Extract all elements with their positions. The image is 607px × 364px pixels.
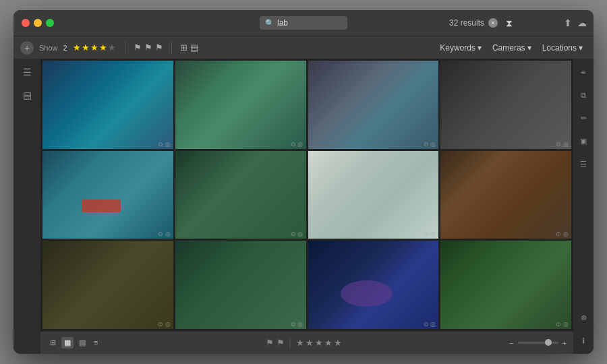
right-sidebar-icon-1[interactable]: ≡ <box>574 63 593 82</box>
search-input[interactable] <box>277 18 331 28</box>
right-sidebar: ≡ ⧉ ✏ ▣ ☰ ⊛ ℹ <box>573 59 594 354</box>
photo-cell-11[interactable]: ⊙ ◎ <box>308 241 439 329</box>
close-button[interactable] <box>22 19 30 27</box>
bottom-rating: ★ ★ ★ ★ ★ <box>296 338 342 348</box>
results-info: 32 results × ⧗ <box>449 18 513 29</box>
zoom-in-icon[interactable]: + <box>562 339 567 347</box>
bottom-star-5[interactable]: ★ <box>334 338 342 348</box>
flag-icon-3[interactable]: ⚑ <box>155 42 163 53</box>
filter-icon[interactable]: ⧗ <box>506 18 513 29</box>
photo-overlay-7: ⊙ ◎ <box>421 229 439 239</box>
photo-cell-12[interactable]: ⊙ ◎ <box>440 241 571 329</box>
bottom-flag-icon-2[interactable]: ⚑ <box>277 338 285 348</box>
filter-dropdowns: Keywords ▾ Cameras ▾ Locations ▾ <box>436 42 587 54</box>
photo-cell-6[interactable]: ⊙ ◎ <box>175 151 306 239</box>
locations-label: Locations <box>542 43 577 53</box>
photo-badge-12: ⊙ ◎ <box>556 321 569 328</box>
cameras-dropdown[interactable]: Cameras ▾ <box>488 42 536 54</box>
photo-overlay-1: ⊙ ◎ <box>155 140 173 149</box>
bottom-tile-icon[interactable]: ▦ <box>61 337 74 348</box>
photo-cell-7[interactable]: ⊙ ◎ <box>308 151 439 239</box>
show-label: Show <box>39 44 58 52</box>
photo-cell-5[interactable]: ⊙ ◎ <box>42 151 173 239</box>
cameras-chevron: ▾ <box>527 43 531 53</box>
photo-cell-10[interactable]: ⊙ ◎ <box>175 241 306 329</box>
flag-icon-2[interactable]: ⚑ <box>144 42 152 53</box>
search-icon: 🔍 <box>265 19 274 28</box>
right-sidebar-icon-3[interactable]: ✏ <box>574 109 593 127</box>
photo-overlay-11: ⊙ ◎ <box>421 320 439 329</box>
locations-chevron: ▾ <box>579 43 583 53</box>
title-bar-right-icons: ⬆ ☁ <box>564 18 587 28</box>
keywords-dropdown[interactable]: Keywords ▾ <box>436 42 486 54</box>
toolbar-view-icons: ⊞ ▤ <box>180 42 198 53</box>
bottom-list-icon[interactable]: ▤ <box>76 337 88 348</box>
traffic-lights <box>22 19 54 27</box>
bottom-star-2[interactable]: ★ <box>306 338 314 348</box>
photo-cell-2[interactable]: ⊙ ◎ <box>175 61 306 149</box>
photo-badge-9: ⊙ ◎ <box>158 321 171 328</box>
results-count: 32 results <box>449 18 484 28</box>
right-sidebar-info-icon[interactable]: ℹ <box>574 331 593 350</box>
flag-icon-1[interactable]: ⚑ <box>134 42 142 53</box>
photo-badge-3: ⊙ ◎ <box>424 141 436 148</box>
photo-cell-9[interactable]: ⊙ ◎ <box>42 241 173 329</box>
bottom-star-4[interactable]: ★ <box>324 338 333 348</box>
cameras-label: Cameras <box>492 43 525 53</box>
photo-overlay-9: ⊙ ◎ <box>155 320 173 329</box>
add-button[interactable]: + <box>20 41 34 55</box>
minimize-button[interactable] <box>34 19 42 27</box>
toolbar-rating: ★★★★★ <box>73 42 117 53</box>
toolbar: + Show 2 ★★★★★ ⚑ ⚑ ⚑ ⊞ ▤ Keywords ▾ Came… <box>13 36 594 59</box>
keywords-chevron: ▾ <box>478 43 482 53</box>
bottom-view-icons: ⊞ ▦ ▤ ≡ <box>47 337 100 348</box>
right-sidebar-icon-2[interactable]: ⧉ <box>574 86 593 104</box>
photo-badge-1: ⊙ ◎ <box>158 141 171 148</box>
sidebar-icon-grid[interactable]: ▤ <box>18 86 36 104</box>
bottom-flag-icon-1[interactable]: ⚑ <box>266 338 274 348</box>
photo-cell-1[interactable]: ⊙ ◎ <box>42 61 173 149</box>
toolbar-flags: ⚑ ⚑ ⚑ <box>134 42 163 53</box>
share-icon[interactable]: ⬆ <box>564 18 572 28</box>
photo-badge-4: ⊙ ◎ <box>556 141 569 148</box>
zoom-slider-track[interactable] <box>518 342 558 344</box>
right-sidebar-icon-4[interactable]: ▣ <box>574 131 593 150</box>
photo-badge-7: ⊙ ◎ <box>424 231 436 237</box>
photo-grid-area: ⊙ ◎ ⊙ ◎ ⊙ ◎ ⊙ ◎ <box>40 59 573 354</box>
bottom-star-1[interactable]: ★ <box>296 338 304 348</box>
title-bar: 🔍 32 results × ⧗ ⬆ ☁ <box>13 10 594 36</box>
right-sidebar-icon-5[interactable]: ☰ <box>574 154 593 173</box>
list-view-icon[interactable]: ▤ <box>190 42 198 53</box>
zoom-slider-thumb[interactable] <box>545 339 552 346</box>
photo-cell-3[interactable]: ⊙ ◎ <box>308 61 439 149</box>
clear-results-button[interactable]: × <box>488 18 498 28</box>
keywords-label: Keywords <box>440 43 475 53</box>
photo-overlay-4: ⊙ ◎ <box>553 140 571 149</box>
photo-overlay-5: ⊙ ◎ <box>155 229 173 239</box>
rating-count: 2 <box>63 44 67 52</box>
bottom-grid-icon[interactable]: ⊞ <box>47 337 59 348</box>
maximize-button[interactable] <box>46 19 54 27</box>
bottom-detail-icon[interactable]: ≡ <box>91 337 100 348</box>
photo-overlay-12: ⊙ ◎ <box>553 320 571 329</box>
photo-grid: ⊙ ◎ ⊙ ◎ ⊙ ◎ ⊙ ◎ <box>40 59 573 331</box>
photo-cell-8[interactable]: ⊙ ◎ <box>440 151 571 239</box>
locations-dropdown[interactable]: Locations ▾ <box>538 42 587 54</box>
zoom-out-icon[interactable]: − <box>509 339 513 347</box>
photo-cell-4[interactable]: ⊙ ◎ <box>440 61 571 149</box>
search-bar[interactable]: 🔍 <box>260 16 347 30</box>
grid-view-icon[interactable]: ⊞ <box>180 42 187 53</box>
photo-overlay-2: ⊙ ◎ <box>288 140 306 149</box>
app-window: 🔍 32 results × ⧗ ⬆ ☁ + Show 2 ★★★★★ ⚑ ⚑ … <box>13 10 594 354</box>
bottom-star-3[interactable]: ★ <box>315 338 323 348</box>
bottom-separator <box>290 338 291 348</box>
photo-badge-8: ⊙ ◎ <box>556 231 569 237</box>
photo-overlay-8: ⊙ ◎ <box>553 229 571 239</box>
sidebar-icon-menu[interactable]: ☰ <box>18 63 36 82</box>
bottom-zoom-slider: − + <box>509 339 567 347</box>
bottom-flags: ⚑ ⚑ <box>266 338 285 348</box>
photo-overlay-3: ⊙ ◎ <box>421 140 439 149</box>
photo-badge-6: ⊙ ◎ <box>291 231 304 237</box>
right-sidebar-tag-icon[interactable]: ⊛ <box>574 308 593 327</box>
cloud-icon[interactable]: ☁ <box>577 18 587 28</box>
